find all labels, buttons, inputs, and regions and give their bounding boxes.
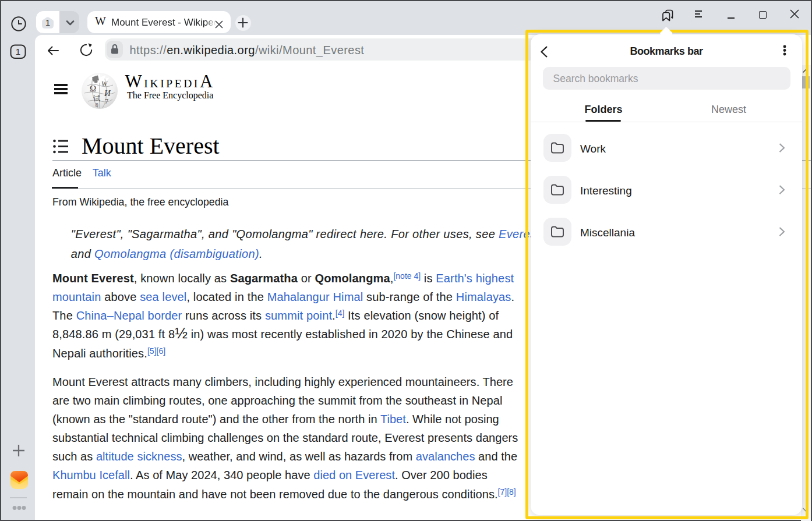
svg-text:Ω: Ω xyxy=(90,84,96,93)
svg-text:И: И xyxy=(104,88,111,98)
svg-text:W: W xyxy=(101,80,108,88)
svg-text:1: 1 xyxy=(16,47,20,56)
svg-text:1: 1 xyxy=(45,18,50,27)
svg-text:7: 7 xyxy=(105,97,108,105)
svg-text:อ: อ xyxy=(95,101,98,108)
